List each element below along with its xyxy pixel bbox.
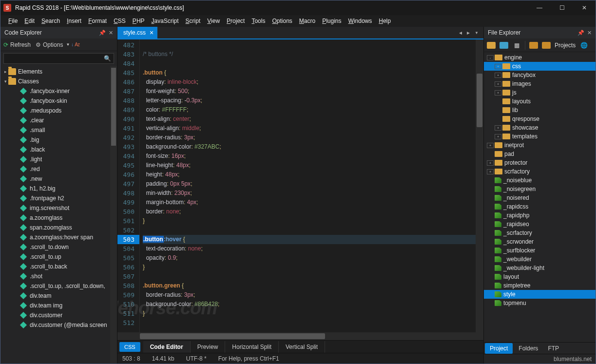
refresh-button[interactable]: ⟳Refresh (3, 41, 31, 48)
bottom-tab-preview[interactable]: Preview (191, 341, 226, 353)
fe-item[interactable]: -engine (484, 53, 596, 62)
fe-item[interactable]: style (484, 290, 596, 299)
class-item[interactable]: .scroll_to.up (0, 252, 110, 262)
menu-options[interactable]: Options (269, 16, 295, 26)
menu-tools[interactable]: Tools (249, 16, 268, 26)
tab-menu-icon[interactable]: ▼ (475, 31, 479, 35)
fe-item[interactable]: _noiseblue (484, 176, 596, 185)
class-item[interactable]: .big (0, 135, 110, 145)
class-item[interactable]: .fancybox-inner (0, 86, 110, 96)
fe-item[interactable]: +css (484, 62, 596, 71)
menu-plugins[interactable]: Plugins (319, 16, 344, 26)
menu-help[interactable]: Help (376, 16, 394, 26)
fe-item[interactable]: _rapidcss (484, 202, 596, 211)
fe-item[interactable]: topmenu (484, 299, 596, 307)
class-item[interactable]: .scroll_to.up, .scroll_to.down, (0, 281, 110, 291)
class-item[interactable]: div.customer (0, 310, 110, 320)
file-explorer-tree[interactable]: -engine+css+fancybox+images+jslayoutslib… (484, 52, 596, 342)
menu-edit[interactable]: Edit (21, 16, 38, 26)
class-item[interactable]: .light (0, 154, 110, 164)
menu-javascript[interactable]: JavaScript (149, 16, 182, 26)
sort-button[interactable]: Az (75, 42, 79, 47)
class-item[interactable]: .clear (0, 115, 110, 125)
class-item[interactable]: .scroll_to.back (0, 262, 110, 271)
tab-next-icon[interactable]: ▸ (467, 29, 470, 36)
menu-insert[interactable]: Insert (64, 16, 84, 26)
close-button[interactable]: ✕ (573, 0, 596, 15)
menu-macro[interactable]: Macro (296, 16, 318, 26)
fe-item[interactable]: +fancybox (484, 71, 596, 79)
code-explorer-tree[interactable]: ▸Elements ▾Classes .fancybox-inner.fancy… (0, 66, 110, 364)
bottom-tab-code-editor[interactable]: Code Editor (143, 341, 191, 353)
class-item[interactable]: .shot (0, 271, 110, 281)
tab-close-icon[interactable]: × (150, 29, 154, 37)
fe-item[interactable]: _rapidseo (484, 220, 596, 229)
class-item[interactable]: .scroll_to.down (0, 242, 110, 252)
scrollbar-horizontal[interactable] (117, 332, 483, 340)
class-item[interactable]: .red (0, 164, 110, 174)
fe-item[interactable]: lib (484, 106, 596, 115)
class-item[interactable]: img.screenshot (0, 203, 110, 213)
menu-view[interactable]: View (204, 16, 223, 26)
scrollbar-vertical[interactable] (110, 66, 117, 364)
fe-item[interactable]: _surfblocker (484, 246, 596, 255)
class-item[interactable]: h1, h2.big (0, 184, 110, 193)
class-item[interactable]: a.zoomglass (0, 213, 110, 223)
new-file-icon[interactable] (500, 41, 508, 50)
menu-windows[interactable]: Windows (346, 16, 375, 26)
panel-close-icon[interactable]: ✕ (109, 30, 113, 36)
menu-search[interactable]: Search (38, 16, 63, 26)
fe-item[interactable]: layouts (484, 97, 596, 106)
bottom-tab-vertical-split[interactable]: Vertical Split (279, 341, 325, 353)
code-editor[interactable]: /* buttons */ .button { display: inline-… (140, 39, 476, 332)
class-item[interactable]: div.team (0, 291, 110, 301)
fe-item[interactable]: _scrfactory (484, 229, 596, 237)
menu-file[interactable]: File (5, 16, 20, 26)
class-item[interactable]: div.team img (0, 301, 110, 310)
menu-php[interactable]: PHP (130, 16, 148, 26)
fe-item[interactable]: _rapidphp (484, 211, 596, 220)
minimize-button[interactable]: — (528, 0, 551, 15)
sheet-icon[interactable]: ▦ (512, 41, 521, 50)
fe-tab-project[interactable]: Project (485, 343, 513, 354)
code-explorer-search-input[interactable] (3, 53, 114, 64)
fe-item[interactable]: _webuilder (484, 255, 596, 264)
parent-folder-icon[interactable] (542, 41, 551, 50)
pin-icon[interactable]: 📌 (577, 30, 584, 36)
fe-item[interactable]: +scrfactory (484, 167, 596, 176)
menu-project[interactable]: Project (224, 16, 248, 26)
class-item[interactable]: .meduspods (0, 106, 110, 115)
class-item[interactable]: a.zoomglass:hover span (0, 232, 110, 242)
new-folder-icon[interactable] (487, 41, 496, 50)
fe-item[interactable]: simpletree (484, 281, 596, 290)
menu-script[interactable]: Script (183, 16, 204, 26)
fe-item[interactable]: +showcase (484, 123, 596, 132)
fe-item[interactable]: +images (484, 79, 596, 88)
fe-item[interactable]: layout (484, 272, 596, 281)
fe-item[interactable]: +inetprot (484, 141, 596, 150)
projects-button[interactable]: Projects (555, 42, 576, 49)
fe-tab-folders[interactable]: Folders (514, 343, 543, 354)
tab-prev-icon[interactable]: ◂ (459, 29, 462, 36)
maximize-button[interactable]: ☐ (551, 0, 573, 15)
fe-tab-ftp[interactable]: FTP (543, 343, 564, 354)
globe-icon[interactable]: 🌐 (579, 41, 588, 50)
class-item[interactable]: .black (0, 145, 110, 154)
class-item[interactable]: span.zoomglass (0, 223, 110, 232)
fe-item[interactable]: _noisegreen (484, 185, 596, 193)
class-item[interactable]: .frontpage h2 (0, 193, 110, 203)
lang-pill[interactable]: CSS (119, 342, 140, 352)
class-item[interactable]: .fancybox-skin (0, 96, 110, 106)
fe-item[interactable]: _scrwonder (484, 237, 596, 246)
fe-item[interactable]: _webuilder-light (484, 264, 596, 272)
bottom-tab-horizontal-split[interactable]: Horizontal Split (225, 341, 279, 353)
tree-node-classes[interactable]: ▾Classes (0, 77, 110, 86)
menu-format[interactable]: Format (85, 16, 110, 26)
class-item[interactable]: .small (0, 125, 110, 135)
menu-css[interactable]: CSS (111, 16, 129, 26)
editor-tab-style[interactable]: style.css× (117, 27, 157, 38)
pin-icon[interactable]: 📌 (99, 30, 106, 36)
fe-item[interactable]: +protector (484, 158, 596, 167)
panel-close-icon[interactable]: ✕ (587, 30, 592, 36)
class-item[interactable]: .new (0, 174, 110, 184)
